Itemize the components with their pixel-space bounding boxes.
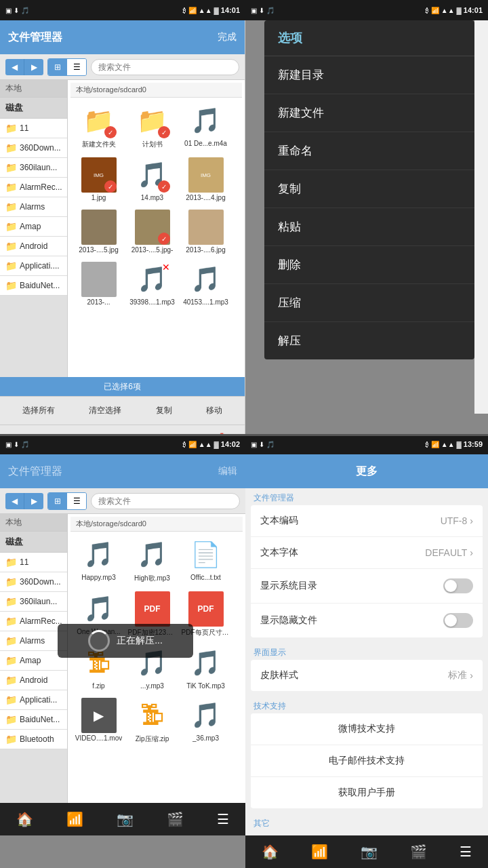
copy-btn[interactable]: 复制: [152, 402, 176, 419]
list-view-btn-bottom[interactable]: ☰: [67, 493, 86, 509]
context-menu-compress[interactable]: 压缩: [264, 284, 474, 322]
nav-forward-btn[interactable]: ▶: [24, 59, 43, 75]
nav-forward-btn-bottom[interactable]: ▶: [24, 493, 43, 509]
settings-panel: 更多 文件管理器 文本编码 UTF-8 › 文本字体 DEFAULT › 显示系…: [245, 434, 488, 835]
sidebar-item-11-b[interactable]: 📁 11: [0, 553, 67, 572]
support-manual-btn[interactable]: 获取用户手册: [251, 777, 483, 808]
signal-icon-r: 📶: [431, 7, 439, 14]
sidebar-item-360ilaun[interactable]: 📁 360ilaun...: [0, 158, 67, 178]
file-name-14mp3: 14.mp3: [141, 194, 163, 201]
nav-menu-icon[interactable]: ☰: [217, 811, 229, 827]
sidebar-item-baidunet-b[interactable]: 📁 BaiduNet...: [0, 710, 67, 730]
sidebar-item-alarmrec[interactable]: 📁 AlarmRec...: [0, 178, 67, 197]
file-item-2013[interactable]: 2013-...: [73, 259, 124, 309]
list-view-btn[interactable]: ☰: [67, 59, 86, 75]
nav-camera-icon[interactable]: 📷: [117, 811, 134, 827]
sidebar-disk-bottom[interactable]: 磁盘: [0, 532, 67, 553]
app-icon-br3: 🎵: [266, 441, 274, 448]
file-item-36mp3[interactable]: 🎵 _36.mp3: [180, 695, 231, 747]
file-item-m4a[interactable]: 🎵 01 De...e.m4a: [180, 100, 231, 152]
grid-view-btn-bottom[interactable]: ⊞: [48, 493, 67, 509]
file-item-40153[interactable]: 🎵 40153....1.mp3: [180, 259, 231, 309]
nav-back-btn-bottom[interactable]: ◀: [5, 493, 24, 509]
settings-row-encoding[interactable]: 文本编码 UTF-8 ›: [251, 505, 483, 537]
bottom-screen: ▣ ⬇ 🎵 ₿ 📶 ▲▲ ▓ 14:02 ▣ ⬇ 🎵 ₿ 📶 ▲▲ ▓ 13:5…: [0, 434, 488, 868]
app-icon-1: ▣: [5, 7, 12, 14]
file-item-offic[interactable]: 📄 Offic...t.txt: [180, 534, 231, 586]
search-input-bottom[interactable]: [91, 493, 240, 509]
file-grid-top: 本地/storage/sdcard0 📁 ✓ 新建文件夹 📁: [68, 80, 245, 377]
nav-video-icon-r[interactable]: 🎬: [410, 844, 427, 860]
bt-icon-br: ₿: [426, 441, 429, 448]
context-menu-decompress[interactable]: 解压: [264, 322, 474, 359]
clear-btn[interactable]: 清空选择: [85, 402, 125, 419]
select-all-btn[interactable]: 选择所有: [18, 402, 59, 419]
nav-wifi-icon-r[interactable]: 📶: [311, 844, 328, 860]
nav-camera-icon-r[interactable]: 📷: [361, 844, 378, 860]
context-menu-new-dir[interactable]: 新建目录: [264, 56, 474, 94]
file-item-39398[interactable]: 🎵 ✕ 39398....1.mp3: [127, 259, 178, 309]
sidebar-item-android-b[interactable]: 📁 Android: [0, 671, 67, 690]
sidebar-item-360down-b[interactable]: 📁 360Down...: [0, 572, 67, 592]
file-icon-wrap-2013-5jpg-2: ✓: [135, 210, 170, 245]
support-weibo-btn[interactable]: 微博技术支持: [251, 713, 483, 745]
settings-row-hidden[interactable]: 显示隐藏文件: [251, 604, 483, 637]
grid-view-btn[interactable]: ⊞: [48, 59, 67, 75]
context-menu-copy[interactable]: 复制: [264, 170, 474, 208]
name-high: High歌.mp3: [134, 574, 170, 583]
file-name-39398: 39398....1.mp3: [129, 298, 175, 306]
status-icons-bl: ▣ ⬇ 🎵: [5, 441, 29, 448]
move-btn[interactable]: 移动: [202, 402, 226, 419]
sidebar-item-11[interactable]: 📁 11: [0, 119, 67, 138]
file-item-14mp3[interactable]: 🎵 ✓ 14.mp3: [127, 155, 178, 204]
sidebar-item-amap[interactable]: 📁 Amap: [0, 217, 67, 237]
nav-wifi-icon[interactable]: 📶: [66, 811, 83, 827]
context-menu-new-file[interactable]: 新建文件: [264, 94, 474, 132]
sidebar-item-alarms[interactable]: 📁 Alarms: [0, 197, 67, 217]
file-item-happy[interactable]: 🎵 Happy.mp3: [73, 534, 124, 586]
settings-row-sysdir[interactable]: 显示系统目录: [251, 569, 483, 604]
hidden-toggle[interactable]: [443, 613, 473, 628]
sidebar-item-360down[interactable]: 📁 360Down...: [0, 138, 67, 158]
file-item-2013-5jpg[interactable]: 2013-....5.jpg: [73, 207, 124, 256]
file-item-2013-4jpg[interactable]: IMG 2013-....4.jpg: [180, 155, 231, 204]
settings-row-skin[interactable]: 皮肤样式 标准 ›: [251, 660, 483, 691]
settings-section-ui: 界面显示: [245, 643, 488, 660]
file-item-2013-5jpg-2[interactable]: ✓ 2013-....5.jpg-: [127, 207, 178, 256]
file-item-zipfile[interactable]: 🗜 Zip压缩.zip: [127, 695, 178, 747]
nav-back-btn[interactable]: ◀: [5, 59, 24, 75]
support-email-btn[interactable]: 电子邮件技术支持: [251, 745, 483, 777]
loading-overlay: 正在解压...: [58, 624, 193, 658]
folder-icon-amap-b: 📁: [5, 655, 17, 666]
context-menu-rename[interactable]: 重命名: [264, 132, 474, 170]
context-menu-paste[interactable]: 粘贴: [264, 208, 474, 246]
sidebar-item-applicati-b[interactable]: 📁 Applicati...: [0, 690, 67, 710]
selection-text: 已选择6项: [104, 381, 141, 393]
nav-menu-icon-r[interactable]: ☰: [460, 844, 472, 860]
context-menu-delete[interactable]: 删除: [264, 246, 474, 284]
fm-header: 文件管理器 完成: [0, 20, 245, 54]
sidebar-item-bluetooth-b[interactable]: 📁 Bluetooth: [0, 730, 67, 749]
sidebar-item-android[interactable]: 📁 Android: [0, 237, 67, 256]
file-item-2013-6jpg[interactable]: 2013-....6.jpg: [180, 207, 231, 256]
sidebar-label-bluetooth-b: Bluetooth: [20, 734, 54, 744]
sidebar-disk[interactable]: 磁盘: [0, 98, 67, 119]
file-item-high[interactable]: 🎵 High歌.mp3: [127, 534, 178, 586]
sidebar-item-360ilaun-b[interactable]: 📁 360ilaun...: [0, 592, 67, 612]
file-item-1jpg[interactable]: IMG ✓ 1.jpg: [73, 155, 124, 204]
file-item-video[interactable]: ▶ VIDEO....1.mov: [73, 695, 124, 747]
fm-edit-btn[interactable]: 编辑: [218, 465, 237, 477]
file-items-top: 📁 ✓ 新建文件夹 📁 ✓ 计划书: [70, 98, 242, 311]
nav-home-icon[interactable]: 🏠: [16, 811, 33, 827]
nav-video-icon[interactable]: 🎬: [167, 811, 184, 827]
settings-row-font[interactable]: 文本字体 DEFAULT ›: [251, 537, 483, 569]
file-item-planbook[interactable]: 📁 ✓ 计划书: [127, 100, 178, 152]
nav-home-icon-r[interactable]: 🏠: [262, 844, 279, 860]
sidebar-item-applicati[interactable]: 📁 Applicati....: [0, 256, 67, 276]
search-input-top[interactable]: [91, 59, 239, 75]
sidebar-item-baidunet[interactable]: 📁 BaiduNet...: [0, 276, 67, 296]
fm-done-btn[interactable]: 完成: [218, 31, 237, 43]
bluetooth-icon: ₿: [183, 7, 186, 14]
file-item-newfolder[interactable]: 📁 ✓ 新建文件夹: [73, 100, 124, 152]
sysdir-toggle[interactable]: [443, 578, 473, 593]
